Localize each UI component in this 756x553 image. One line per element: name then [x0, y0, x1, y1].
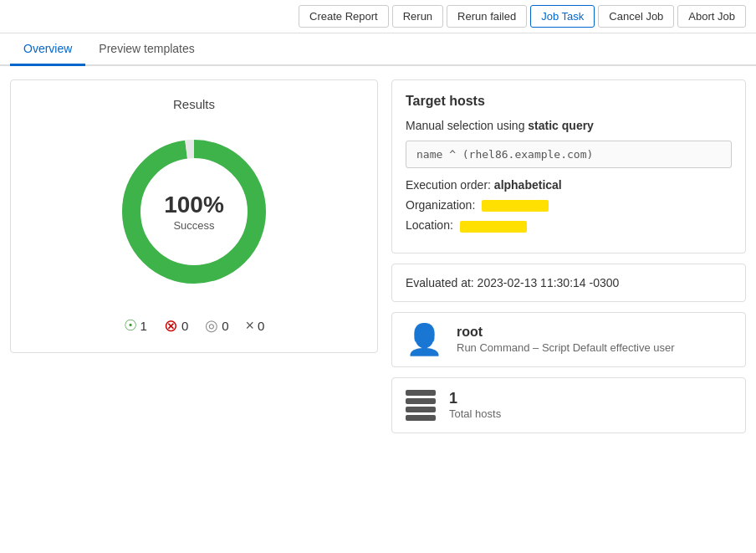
execution-order-line: Execution order: alphabetical: [406, 178, 732, 192]
create-report-button[interactable]: Create Report: [299, 5, 389, 28]
rerun-button[interactable]: Rerun: [392, 5, 443, 28]
selection-type: static query: [528, 119, 594, 132]
location-value: [460, 221, 527, 233]
donut-chart: 100% Success: [110, 128, 278, 295]
stats-row: ☉ 1 ⊗ 0 ◎ 0 × 0: [28, 315, 360, 335]
rerun-failed-button[interactable]: Rerun failed: [447, 5, 527, 28]
right-panel: Target hosts Manual selection using stat…: [391, 79, 746, 433]
unknown-count: 0: [258, 319, 264, 333]
tab-preview-templates[interactable]: Preview templates: [85, 33, 207, 66]
stat-success: ☉ 1: [124, 316, 147, 335]
organization-line: Organization:: [406, 198, 732, 212]
user-card: 👤 root Run Command – Script Default effe…: [391, 312, 746, 367]
donut-percent: 100%: [164, 192, 224, 218]
results-title: Results: [28, 97, 360, 111]
results-panel: Results 100% Success ☉ 1: [10, 79, 378, 353]
hosts-label: Total hosts: [449, 407, 501, 420]
stat-unknown: × 0: [246, 317, 265, 335]
running-icon: ◎: [205, 316, 218, 335]
job-task-button[interactable]: Job Task: [530, 5, 595, 28]
donut-chart-container: 100% Success: [28, 128, 360, 295]
server-icon: [406, 390, 436, 421]
cancel-job-button[interactable]: Cancel Job: [598, 5, 674, 28]
manual-selection-text: Manual selection using static query: [406, 119, 732, 132]
success-icon: ☉: [124, 316, 137, 335]
unknown-icon: ×: [246, 317, 255, 335]
abort-job-button[interactable]: Abort Job: [677, 5, 746, 28]
failed-icon: ⊗: [164, 315, 178, 335]
hosts-card: 1 Total hosts: [391, 377, 746, 433]
stat-running: ◎ 0: [205, 316, 228, 335]
query-box: name ^ (rhel86.example.com): [406, 141, 732, 168]
hosts-count: 1: [449, 390, 501, 407]
failed-count: 0: [181, 319, 188, 333]
donut-label: Success: [173, 219, 214, 232]
main-content: Results 100% Success ☉ 1: [0, 66, 756, 447]
donut-center: 100% Success: [164, 192, 224, 232]
evaluated-card: Evaluated at: 2023-02-13 11:30:14 -0300: [391, 264, 746, 302]
evaluated-text: Evaluated at: 2023-02-13 11:30:14 -0300: [406, 276, 619, 289]
toolbar: Create Report Rerun Rerun failed Job Tas…: [0, 0, 756, 33]
user-avatar-icon: 👤: [406, 325, 443, 355]
user-name: root: [457, 325, 675, 340]
target-hosts-title: Target hosts: [406, 94, 732, 109]
execution-order-value: alphabetical: [494, 178, 562, 192]
hosts-info: 1 Total hosts: [449, 390, 501, 420]
running-count: 0: [222, 319, 228, 333]
organization-value: [482, 200, 549, 212]
target-hosts-card: Target hosts Manual selection using stat…: [391, 79, 746, 253]
tab-bar: Overview Preview templates: [0, 33, 756, 66]
location-line: Location:: [406, 218, 732, 232]
user-role: Run Command – Script Default effective u…: [457, 341, 675, 354]
stat-failed: ⊗ 0: [164, 315, 188, 335]
success-count: 1: [140, 319, 147, 333]
user-info: root Run Command – Script Default effect…: [457, 325, 675, 354]
tab-overview[interactable]: Overview: [10, 33, 85, 66]
